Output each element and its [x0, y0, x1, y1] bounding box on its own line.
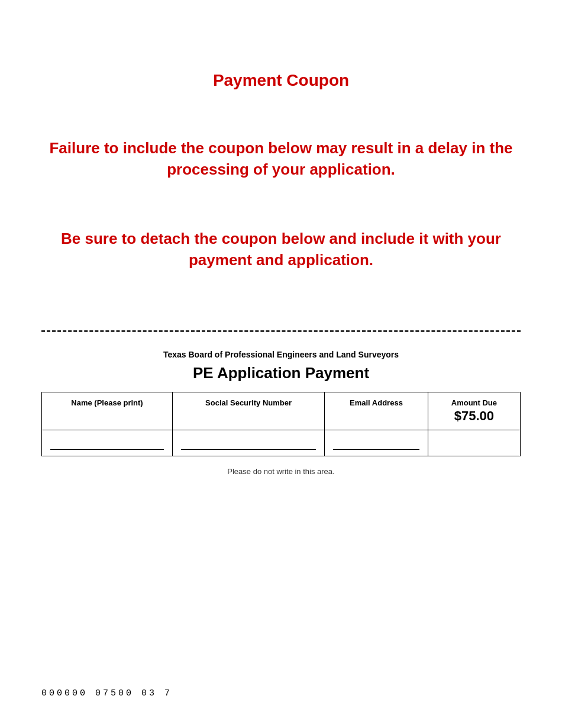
col-header-name: Name (Please print) [42, 392, 173, 430]
name-field-cell [42, 430, 173, 456]
board-name: Texas Board of Professional Engineers an… [41, 350, 521, 359]
table-data-row [42, 430, 521, 456]
ssn-field-line [181, 449, 316, 450]
page-title: Payment Coupon [41, 71, 521, 90]
warning-section: Failure to include the coupon below may … [41, 137, 521, 181]
coupon-section: Texas Board of Professional Engineers an… [41, 350, 521, 476]
page: Payment Coupon Failure to include the co… [0, 0, 562, 728]
warning-text: Failure to include the coupon below may … [41, 137, 521, 181]
ssn-field-cell [173, 430, 325, 456]
instruction-section: Be sure to detach the coupon below and i… [41, 228, 521, 271]
amount-data-cell [428, 430, 520, 456]
coupon-title: PE Application Payment [41, 364, 521, 382]
title-section: Payment Coupon [41, 71, 521, 90]
col-header-email: Email Address [325, 392, 428, 430]
table-header-row: Name (Please print) Social Security Numb… [42, 392, 521, 430]
cut-line [41, 330, 521, 332]
email-field-line [333, 449, 419, 450]
barcode-area: 000000 07500 03 7 [41, 688, 172, 698]
coupon-table: Name (Please print) Social Security Numb… [41, 392, 521, 456]
instruction-text: Be sure to detach the coupon below and i… [41, 228, 521, 271]
email-field-cell [325, 430, 428, 456]
amount-value: $75.00 [437, 408, 512, 424]
col-header-ssn: Social Security Number [173, 392, 325, 430]
do-not-write-notice: Please do not write in this area. [41, 467, 521, 476]
col-header-amount: Amount Due $75.00 [428, 392, 520, 430]
name-field-line [50, 449, 164, 450]
